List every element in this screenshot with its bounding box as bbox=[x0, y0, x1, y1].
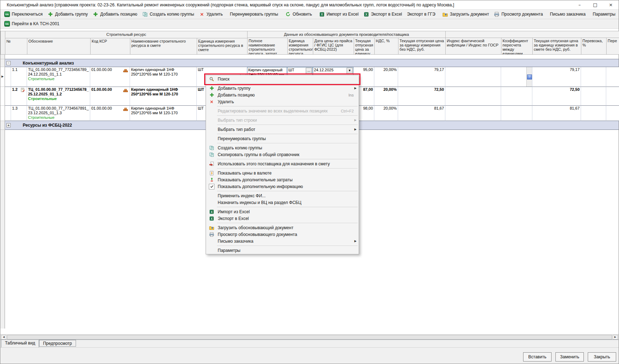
cell-name[interactable]: Кирпич одинарный 1НФ 250*120*65 мм М 120… bbox=[130, 87, 197, 106]
cell-inflation-index[interactable] bbox=[445, 67, 501, 87]
group-row-conjuncture-analysis[interactable]: - Конъюнктурный анализ bbox=[0, 59, 619, 67]
menu-item-load-justifying-document[interactable]: Загрузить обосновывающий документ bbox=[206, 224, 359, 231]
column-header-name[interactable]: Наименование строительного ресурса в сме… bbox=[130, 38, 197, 55]
cell-justification[interactable]: ТЦ_01.00.00.00_77_7734567891_23.12.2025_… bbox=[27, 106, 90, 121]
column-header-inflation-index[interactable]: Индекс фактической инфляции / Индекс по … bbox=[446, 38, 501, 55]
menu-item-search[interactable]: Поиск bbox=[206, 76, 359, 82]
close-dialog-button[interactable]: Закрыть bbox=[588, 352, 616, 362]
cell-justification[interactable]: ТЦ_01.00.00.00_77_7712345678_25.12.2025_… bbox=[27, 87, 90, 106]
column-header-num[interactable]: № bbox=[5, 38, 27, 55]
column-header-vat[interactable]: НДС, % bbox=[375, 38, 398, 55]
insert-button[interactable]: Вставить bbox=[523, 352, 552, 362]
goto-ka-tsn-button[interactable]: КА Перейти в КА ТСН-2001 bbox=[2, 20, 62, 28]
switch-button[interactable]: КА Переключиться bbox=[2, 10, 45, 18]
column-header-unit[interactable]: Единица измерения строительного ресурса … bbox=[197, 38, 248, 55]
cell-price-no-vat[interactable]: 81,67 bbox=[398, 106, 445, 121]
menu-item-copy-group[interactable]: Создать копию группы bbox=[206, 144, 359, 151]
column-header-price-estimate[interactable]: Текущая отпускная цена за единицу измере… bbox=[533, 38, 581, 55]
column-header-supplier-unit[interactable]: Единица измерения строительног ресурса, bbox=[288, 38, 313, 55]
column-header-price-date[interactable]: Дата цены из прайса / ФГИС ЦС (для ФСБЦ-… bbox=[313, 38, 354, 55]
menu-item-import-excel[interactable]: X Импорт из Excel bbox=[206, 208, 359, 215]
menu-item-customer-letter[interactable]: Письмо заказчика ▶ bbox=[206, 238, 359, 244]
menu-item-select-work-type[interactable]: Выбрать тип работ ▶ bbox=[206, 126, 359, 133]
coefficient-help-button[interactable]: ? bbox=[527, 75, 532, 79]
cell-price-estimate[interactable]: 72,50 bbox=[532, 87, 581, 106]
delete-button[interactable]: Удалить bbox=[197, 10, 226, 18]
cell-num[interactable]: 1.1 bbox=[11, 67, 27, 87]
refresh-button[interactable]: Обновить bbox=[283, 10, 314, 18]
cell-price-no-vat[interactable]: 72,50 bbox=[398, 87, 445, 106]
column-header-conversion-coeff[interactable]: Коэффициент пересчета между единицами bbox=[501, 38, 533, 55]
expand-group-button[interactable]: + bbox=[6, 123, 11, 127]
menu-item-show-currency-prices[interactable]: Показывать цены в валюте bbox=[206, 170, 359, 176]
menu-item-apply-fi-index[interactable]: Применить индекс ФИ... bbox=[206, 192, 359, 199]
scroll-right-button[interactable]: ▶ bbox=[613, 335, 618, 340]
menu-item-show-extra-costs[interactable]: Показывать дополнительные затраты bbox=[206, 176, 359, 183]
scroll-left-button[interactable]: ◀ bbox=[1, 335, 6, 340]
maximize-button[interactable]: □ bbox=[587, 0, 603, 9]
close-button[interactable]: × bbox=[603, 0, 619, 9]
cell-price-estimate[interactable]: 79,17 bbox=[532, 67, 581, 87]
menu-item-view-justifying-document[interactable]: Просмотр обосновывающего документа bbox=[206, 231, 359, 238]
menu-item-add-group[interactable]: Добавить группу ▶ bbox=[206, 85, 359, 92]
column-header-transport[interactable]: Перевозка, % bbox=[581, 38, 607, 55]
menu-item-delete[interactable]: Удалить bbox=[206, 98, 359, 105]
menu-item-use-supplier[interactable]: Использовать этого поставщика для назнач… bbox=[206, 160, 359, 167]
cell-transport[interactable] bbox=[581, 106, 606, 121]
cell-conversion-coeff[interactable] bbox=[501, 87, 532, 106]
add-position-button[interactable]: Добавить позицию bbox=[90, 10, 140, 18]
cell-name[interactable]: Кирпич одинарный 1НФ 250*120*65 мм М 120… bbox=[130, 67, 197, 87]
load-document-button[interactable]: Загрузить документ bbox=[440, 10, 492, 18]
cell-transport[interactable] bbox=[581, 67, 606, 87]
view-document-button[interactable]: Просмотр документа bbox=[492, 10, 545, 18]
menu-item-add-position[interactable]: Добавить позицию Ins bbox=[206, 92, 359, 98]
cell-transport2[interactable] bbox=[606, 87, 619, 106]
collapse-group-button[interactable]: - bbox=[6, 61, 11, 65]
cell-inflation-index[interactable] bbox=[445, 106, 501, 121]
minimize-button[interactable]: – bbox=[572, 0, 587, 9]
replace-button[interactable]: Заменить bbox=[555, 352, 584, 362]
column-header-justification[interactable]: Обоснование bbox=[27, 38, 91, 55]
column-header-price-no-vat[interactable]: Текущая отпускная цена за единицу измере… bbox=[398, 38, 446, 55]
supplier-unit-picker-button[interactable]: ... bbox=[306, 68, 312, 74]
cell-transport[interactable] bbox=[581, 87, 606, 106]
column-header-full-name[interactable]: Полное наименование строительного ресурс… bbox=[248, 38, 288, 55]
cell-conversion-coeff[interactable] bbox=[501, 106, 532, 121]
cell-name[interactable]: Кирпич одинарный 1НФ 250*120*65 мм М 120… bbox=[130, 106, 197, 121]
export-gge-button[interactable]: Экспорт в ГГЭ bbox=[404, 11, 438, 18]
cell-justification[interactable]: ТЦ_01.00.00.00_77_7723456789_24.12.2025_… bbox=[27, 67, 90, 87]
column-header-ksr-code[interactable]: Код КСР bbox=[91, 38, 130, 55]
add-group-button[interactable]: Добавить группу bbox=[45, 10, 90, 18]
cell-transport2[interactable] bbox=[606, 67, 619, 87]
customer-letter-button[interactable]: Письмо заказчика bbox=[548, 11, 588, 18]
cell-price-estimate[interactable]: 81,67 bbox=[532, 106, 581, 121]
renumber-groups-button[interactable]: Перенумеровать группы bbox=[227, 11, 281, 18]
copy-group-button[interactable]: Создать копию группы bbox=[140, 10, 196, 18]
cell-vat[interactable]: 20,00% bbox=[374, 67, 398, 87]
cell-conversion-coeff[interactable]: ? bbox=[501, 67, 532, 87]
menu-item-assign-indexes[interactable]: Назначить индексы и ВЦ на раздел ФСБЦ bbox=[206, 199, 359, 206]
menu-item-renumber-groups[interactable]: Перенумеровать группы bbox=[206, 135, 359, 142]
import-excel-button[interactable]: X Импорт из Excel bbox=[316, 10, 361, 18]
export-excel-button[interactable]: X Экспорт в Excel bbox=[361, 10, 404, 18]
cell-vat[interactable]: 20,00% bbox=[374, 87, 398, 106]
menu-item-show-extra-info[interactable]: Показывать дополнительную информацию bbox=[206, 183, 359, 190]
cell-transport2[interactable] bbox=[606, 106, 619, 121]
menu-item-export-excel[interactable]: X Экспорт в Excel bbox=[206, 215, 359, 222]
menu-item-copy-groups-to-shared[interactable]: Скопировать группы в общий справочник bbox=[206, 151, 359, 158]
column-header-transport2[interactable]: Пере bbox=[607, 38, 619, 55]
cell-price-no-vat[interactable]: 79,17 bbox=[398, 67, 445, 87]
cell-vat[interactable]: 20,00% bbox=[374, 106, 398, 121]
parameters-button[interactable]: Параметры bbox=[590, 11, 618, 18]
cell-num[interactable]: 1.2 bbox=[11, 87, 27, 106]
tab-table-view[interactable]: Табличный вид bbox=[1, 340, 39, 348]
date-dropdown-button[interactable]: ▼ bbox=[347, 68, 353, 74]
column-header-price[interactable]: Текущая отпускная цена за единицу bbox=[354, 38, 375, 55]
cell-num[interactable]: 1.3 bbox=[11, 106, 27, 121]
cell-ksr-code[interactable]: 01.00.00.00 bbox=[90, 106, 130, 121]
tab-preview[interactable]: Предпросмотр bbox=[39, 340, 76, 347]
scrollbar-thumb[interactable] bbox=[7, 335, 612, 340]
cell-ksr-code[interactable]: 01.00.00.00 bbox=[90, 87, 130, 106]
horizontal-scrollbar[interactable]: ◀ ▶ bbox=[0, 334, 619, 340]
cell-inflation-index[interactable] bbox=[445, 87, 501, 106]
